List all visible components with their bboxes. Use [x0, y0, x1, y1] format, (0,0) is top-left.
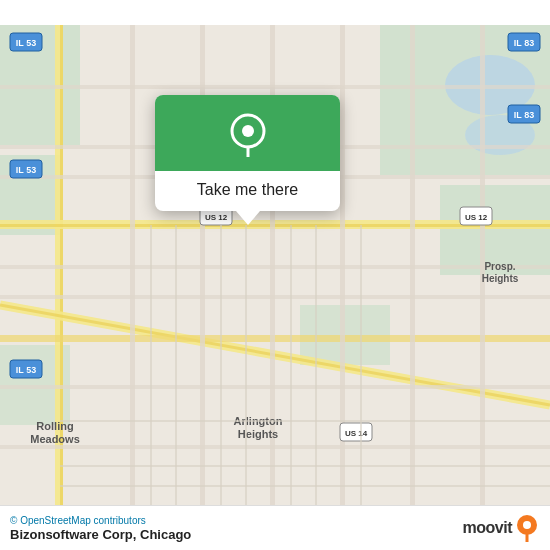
- osm-attribution: © OpenStreetMap contributors: [10, 515, 191, 526]
- osm-symbol: ©: [10, 515, 17, 526]
- popup-arrow: [236, 211, 260, 225]
- svg-rect-28: [0, 445, 550, 449]
- map-container: IL 53 IL 53 IL 53 US 12 US 12 IL 83 IL 8…: [0, 0, 550, 550]
- svg-text:US 12: US 12: [465, 213, 488, 222]
- svg-rect-60: [60, 485, 550, 487]
- take-me-there-button[interactable]: Take me there: [197, 181, 298, 199]
- svg-rect-20: [410, 25, 415, 525]
- svg-rect-53: [220, 225, 222, 525]
- svg-text:Meadows: Meadows: [30, 433, 80, 445]
- svg-rect-57: [360, 225, 362, 525]
- svg-rect-59: [60, 465, 550, 467]
- svg-rect-19: [340, 25, 345, 525]
- moovit-pin-icon: [516, 514, 538, 542]
- svg-text:US 12: US 12: [205, 213, 228, 222]
- svg-rect-16: [130, 25, 135, 525]
- svg-rect-10: [60, 25, 63, 525]
- svg-text:IL 53: IL 53: [16, 38, 36, 48]
- svg-rect-27: [0, 385, 550, 389]
- bottom-bar: © OpenStreetMap contributors Bizonsoftwa…: [0, 505, 550, 550]
- location-pin-icon: [226, 113, 270, 157]
- location-popup: Take me there: [155, 95, 340, 211]
- svg-rect-25: [0, 265, 550, 269]
- bottom-left-info: © OpenStreetMap contributors Bizonsoftwa…: [10, 515, 191, 542]
- moovit-text: moovit: [463, 519, 512, 537]
- popup-header: [155, 95, 340, 171]
- svg-rect-22: [0, 85, 550, 89]
- svg-text:Heights: Heights: [482, 273, 519, 284]
- svg-rect-52: [175, 225, 177, 525]
- svg-point-62: [242, 125, 254, 137]
- svg-text:IL 53: IL 53: [16, 365, 36, 375]
- svg-text:Prosp.: Prosp.: [484, 261, 515, 272]
- svg-text:IL 53: IL 53: [16, 165, 36, 175]
- svg-rect-55: [290, 225, 292, 525]
- business-name: Bizonsoftware Corp, Chicago: [10, 527, 191, 542]
- svg-text:US 14: US 14: [345, 429, 368, 438]
- moovit-logo: moovit: [463, 514, 538, 542]
- svg-text:IL 83: IL 83: [514, 38, 534, 48]
- popup-button-area[interactable]: Take me there: [155, 171, 340, 211]
- svg-rect-51: [150, 225, 152, 525]
- svg-text:Heights: Heights: [238, 428, 278, 440]
- svg-text:IL 83: IL 83: [514, 110, 534, 120]
- svg-rect-26: [0, 295, 550, 299]
- svg-rect-56: [315, 225, 317, 525]
- svg-point-64: [523, 521, 531, 529]
- osm-link[interactable]: OpenStreetMap contributors: [20, 515, 146, 526]
- map-background: IL 53 IL 53 IL 53 US 12 US 12 IL 83 IL 8…: [0, 0, 550, 550]
- svg-rect-54: [245, 225, 247, 525]
- svg-rect-58: [60, 420, 550, 422]
